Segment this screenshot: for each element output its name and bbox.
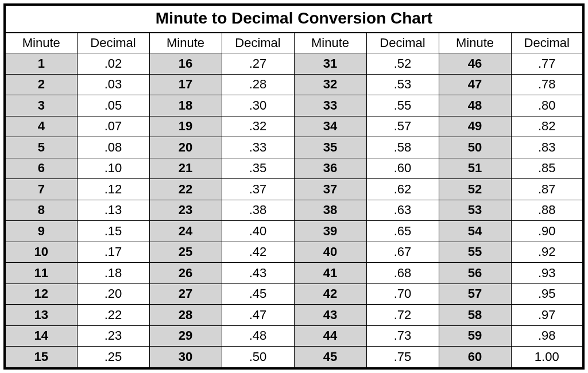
- minute-cell: 33: [294, 95, 366, 116]
- minute-cell: 18: [149, 95, 222, 116]
- minute-cell: 39: [294, 221, 366, 242]
- decimal-cell: .78: [511, 74, 583, 95]
- table-row: 8.1323.3838.6353.88: [5, 200, 583, 221]
- minute-cell: 16: [149, 53, 222, 75]
- minute-cell: 28: [149, 305, 222, 326]
- minute-cell: 60: [439, 347, 511, 368]
- decimal-cell: .52: [366, 53, 439, 75]
- minute-cell: 15: [5, 347, 77, 368]
- decimal-cell: .42: [222, 242, 294, 263]
- table-row: 14.2329.4844.7359.98: [5, 325, 583, 347]
- table-row: 1.0216.2731.5246.77: [5, 53, 583, 75]
- minute-cell: 32: [294, 74, 366, 95]
- minute-cell: 56: [439, 263, 511, 284]
- minute-cell: 51: [439, 158, 511, 179]
- minute-cell: 54: [439, 221, 511, 242]
- decimal-cell: .97: [511, 305, 583, 326]
- table-row: 10.1725.4240.6755.92: [5, 242, 583, 263]
- decimal-cell: .83: [511, 137, 583, 158]
- minute-cell: 50: [439, 137, 511, 158]
- minute-cell: 7: [5, 179, 77, 200]
- minute-cell: 48: [439, 95, 511, 116]
- minute-cell: 12: [5, 283, 77, 305]
- minute-cell: 43: [294, 305, 366, 326]
- conversion-table: Minute to Decimal Conversion Chart Minut…: [3, 3, 585, 370]
- minute-cell: 53: [439, 200, 511, 221]
- decimal-cell: .80: [511, 95, 583, 116]
- decimal-cell: .27: [222, 53, 294, 75]
- decimal-cell: .50: [222, 347, 294, 368]
- column-header-row: Minute Decimal Minute Decimal Minute Dec…: [5, 33, 583, 53]
- minute-cell: 27: [149, 283, 222, 305]
- decimal-cell: .03: [77, 74, 149, 95]
- minute-cell: 2: [5, 74, 77, 95]
- table-row: 4.0719.3234.5749.82: [5, 116, 583, 137]
- decimal-cell: .15: [77, 221, 149, 242]
- decimal-cell: .23: [77, 325, 149, 347]
- minute-cell: 31: [294, 53, 366, 75]
- decimal-cell: .73: [366, 325, 439, 347]
- minute-cell: 44: [294, 325, 366, 347]
- decimal-cell: .63: [366, 200, 439, 221]
- minute-cell: 57: [439, 283, 511, 305]
- minute-cell: 38: [294, 200, 366, 221]
- header-minute: Minute: [5, 33, 77, 53]
- minute-cell: 36: [294, 158, 366, 179]
- minute-cell: 49: [439, 116, 511, 137]
- table-row: 2.0317.2832.5347.78: [5, 74, 583, 95]
- decimal-cell: .40: [222, 221, 294, 242]
- decimal-cell: .93: [511, 263, 583, 284]
- table-row: 15.2530.5045.75601.00: [5, 347, 583, 368]
- decimal-cell: .65: [366, 221, 439, 242]
- decimal-cell: .07: [77, 116, 149, 137]
- minute-cell: 20: [149, 137, 222, 158]
- header-decimal: Decimal: [77, 33, 149, 53]
- minute-cell: 13: [5, 305, 77, 326]
- minute-cell: 10: [5, 242, 77, 263]
- decimal-cell: .28: [222, 74, 294, 95]
- decimal-cell: .55: [366, 95, 439, 116]
- minute-cell: 9: [5, 221, 77, 242]
- decimal-cell: .68: [366, 263, 439, 284]
- minute-cell: 8: [5, 200, 77, 221]
- table-row: 5.0820.3335.5850.83: [5, 137, 583, 158]
- decimal-cell: .37: [222, 179, 294, 200]
- minute-cell: 45: [294, 347, 366, 368]
- decimal-cell: .62: [366, 179, 439, 200]
- minute-cell: 41: [294, 263, 366, 284]
- decimal-cell: .12: [77, 179, 149, 200]
- conversion-table-body: 1.0216.2731.5246.772.0317.2832.5347.783.…: [5, 53, 583, 369]
- minute-cell: 40: [294, 242, 366, 263]
- header-decimal: Decimal: [366, 33, 439, 53]
- minute-cell: 6: [5, 158, 77, 179]
- decimal-cell: .05: [77, 95, 149, 116]
- minute-cell: 1: [5, 53, 77, 75]
- decimal-cell: .82: [511, 116, 583, 137]
- decimal-cell: .53: [366, 74, 439, 95]
- minute-cell: 11: [5, 263, 77, 284]
- minute-cell: 55: [439, 242, 511, 263]
- table-row: 13.2228.4743.7258.97: [5, 305, 583, 326]
- decimal-cell: .92: [511, 242, 583, 263]
- minute-cell: 21: [149, 158, 222, 179]
- decimal-cell: .90: [511, 221, 583, 242]
- decimal-cell: .08: [77, 137, 149, 158]
- decimal-cell: .17: [77, 242, 149, 263]
- decimal-cell: .25: [77, 347, 149, 368]
- decimal-cell: .70: [366, 283, 439, 305]
- header-minute: Minute: [149, 33, 222, 53]
- decimal-cell: .20: [77, 283, 149, 305]
- minute-cell: 5: [5, 137, 77, 158]
- decimal-cell: .88: [511, 200, 583, 221]
- minute-cell: 29: [149, 325, 222, 347]
- minute-cell: 14: [5, 325, 77, 347]
- table-row: 3.0518.3033.5548.80: [5, 95, 583, 116]
- minute-cell: 35: [294, 137, 366, 158]
- minute-cell: 24: [149, 221, 222, 242]
- decimal-cell: .57: [366, 116, 439, 137]
- minute-cell: 4: [5, 116, 77, 137]
- decimal-cell: .87: [511, 179, 583, 200]
- decimal-cell: .35: [222, 158, 294, 179]
- minute-cell: 17: [149, 74, 222, 95]
- decimal-cell: .98: [511, 325, 583, 347]
